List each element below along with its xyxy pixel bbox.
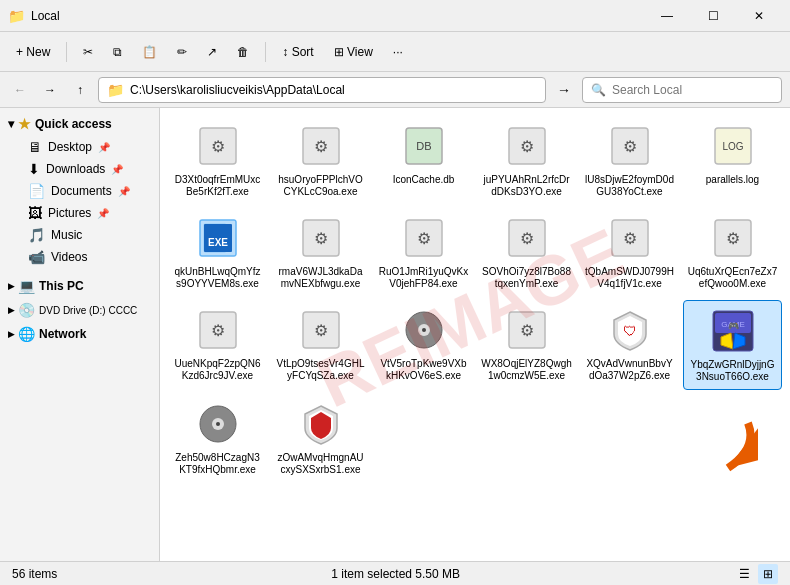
search-box[interactable]: 🔍: [582, 77, 782, 103]
sidebar-item-desktop[interactable]: 🖥 Desktop 📌: [4, 136, 155, 158]
quick-access-label: Quick access: [35, 117, 112, 131]
svg-text:⚙: ⚙: [520, 230, 534, 247]
file-item[interactable]: ⚙ D3Xt0oqfrEmMUxcBe5rKf2fT.exe: [168, 116, 267, 204]
svg-text:⚙: ⚙: [520, 322, 534, 339]
file-area[interactable]: REIMAGE ⚙ D3Xt0oqfrEmMUxcBe5rKf2fT.exe ⚙…: [160, 108, 790, 561]
address-bar: ← → ↑ 📁 C:\Users\karolisliucveikis\AppDa…: [0, 72, 790, 108]
sort-button[interactable]: ↕ Sort: [274, 41, 321, 63]
file-item[interactable]: DB IconCache.db: [374, 116, 473, 204]
sidebar-item-music[interactable]: 🎵 Music: [4, 224, 155, 246]
file-grid: ⚙ D3Xt0oqfrEmMUxcBe5rKf2fT.exe ⚙ hsuOryo…: [168, 116, 782, 482]
file-item[interactable]: LOG parallels.log: [683, 116, 782, 204]
file-name: UueNKpqF2zpQN6Kzd6Jrc9JV.exe: [172, 358, 263, 382]
sidebar-item-videos[interactable]: 📹 Videos: [4, 246, 155, 268]
delete-button[interactable]: 🗑: [229, 41, 257, 63]
search-input[interactable]: [612, 83, 773, 97]
file-item[interactable]: ⚙ Uq6tuXrQEcn7eZx7efQwoo0M.exe: [683, 208, 782, 296]
file-icon: ⚙: [297, 306, 345, 354]
chevron-down-icon: ▾: [8, 117, 14, 131]
file-item-selected[interactable]: GAME 🎮 YbqZwGRnlDyjjnG3NsuoT66O.exe: [683, 300, 782, 390]
dvd-label: DVD Drive (D:) CCCC: [39, 305, 137, 316]
svg-text:⚙: ⚙: [623, 230, 637, 247]
address-arrow[interactable]: →: [552, 78, 576, 102]
file-item[interactable]: ⚙ WX8OqjElYZ8Qwgh1w0cmzW5E.exe: [477, 300, 576, 390]
svg-text:⚙: ⚙: [314, 230, 328, 247]
sidebar-this-pc[interactable]: ▸ 💻 This PC: [0, 274, 159, 298]
sidebar: ▾ ★ Quick access 🖥 Desktop 📌 ⬇ Downloads…: [0, 108, 160, 561]
documents-icon: 📄: [28, 183, 45, 199]
file-name: tQbAmSWDJ0799HV4q1fjV1c.exe: [584, 266, 675, 290]
toolbar-separator-2: [265, 42, 266, 62]
file-name: SOVhOi7yz8l7Bo88tqxenYmP.exe: [481, 266, 572, 290]
minimize-button[interactable]: —: [644, 0, 690, 32]
view-button[interactable]: ⊞ View: [326, 41, 381, 63]
file-icon: [297, 400, 345, 448]
search-icon: 🔍: [591, 83, 606, 97]
file-item[interactable]: zOwAMvqHmgnAUcxySXSxrbS1.exe: [271, 394, 370, 482]
address-path[interactable]: 📁 C:\Users\karolisliucveikis\AppData\Loc…: [98, 77, 546, 103]
file-item[interactable]: EXE qkUnBHLwqQmYfzs9OYYVEM8s.exe: [168, 208, 267, 296]
chevron-right-icon: ▸: [8, 279, 14, 293]
sidebar-dvd[interactable]: ▸ 💿 DVD Drive (D:) CCCC: [0, 298, 159, 322]
file-name: qkUnBHLwqQmYfzs9OYYVEM8s.exe: [172, 266, 263, 290]
close-button[interactable]: ✕: [736, 0, 782, 32]
grid-view-button[interactable]: ⊞: [758, 564, 778, 584]
pin-icon: 📌: [118, 186, 130, 197]
file-item[interactable]: ⚙ VtLpO9tsesVr4GHLyFCYqSZa.exe: [271, 300, 370, 390]
back-button[interactable]: ←: [8, 78, 32, 102]
up-button[interactable]: ↑: [68, 78, 92, 102]
svg-text:⚙: ⚙: [211, 138, 225, 155]
sidebar-quick-access[interactable]: ▾ ★ Quick access: [0, 112, 159, 136]
sidebar-item-documents[interactable]: 📄 Documents 📌: [4, 180, 155, 202]
window-title: Local: [31, 9, 644, 23]
sidebar-item-pictures[interactable]: 🖼 Pictures 📌: [4, 202, 155, 224]
dvd-icon: 💿: [18, 302, 35, 318]
pin-icon: 📌: [98, 142, 110, 153]
file-item[interactable]: VtV5roTpKwe9VXbkHKvOV6eS.exe: [374, 300, 473, 390]
svg-text:🎮: 🎮: [727, 320, 739, 332]
svg-point-32: [422, 328, 426, 332]
file-name: IconCache.db: [393, 174, 455, 186]
file-icon: ⚙: [194, 122, 242, 170]
share-button[interactable]: ↗: [199, 41, 225, 63]
cut-button[interactable]: ✂: [75, 41, 101, 63]
file-item[interactable]: Zeh50w8HCzagN3KT9fxHQbmr.exe: [168, 394, 267, 482]
sidebar-item-label: Desktop: [48, 140, 92, 154]
file-icon: ⚙: [194, 306, 242, 354]
file-item[interactable]: ⚙ tQbAmSWDJ0799HV4q1fjV1c.exe: [580, 208, 679, 296]
sidebar-item-downloads[interactable]: ⬇ Downloads 📌: [4, 158, 155, 180]
file-name: VtLpO9tsesVr4GHLyFCYqSZa.exe: [275, 358, 366, 382]
status-bar: 56 items 1 item selected 5.50 MB ☰ ⊞: [0, 561, 790, 585]
desktop-icon: 🖥: [28, 139, 42, 155]
chevron-right-icon: ▸: [8, 303, 14, 317]
music-icon: 🎵: [28, 227, 45, 243]
file-item[interactable]: ⚙ RuO1JmRi1yuQvKxV0jehFP84.exe: [374, 208, 473, 296]
file-item[interactable]: ⚙ UueNKpqF2zpQN6Kzd6Jrc9JV.exe: [168, 300, 267, 390]
sidebar-item-label: Downloads: [46, 162, 105, 176]
svg-text:⚙: ⚙: [314, 138, 328, 155]
svg-text:⚙: ⚙: [726, 230, 740, 247]
toolbar: + New ✂ ⧉ 📋 ✏ ↗ 🗑 ↕ Sort ⊞ View ···: [0, 32, 790, 72]
copy-button[interactable]: ⧉: [105, 41, 130, 63]
file-icon: [194, 400, 242, 448]
file-item[interactable]: ⚙ SOVhOi7yz8l7Bo88tqxenYmP.exe: [477, 208, 576, 296]
more-button[interactable]: ···: [385, 41, 411, 63]
file-item[interactable]: 🛡 XQvAdVwnunBbvYdOa37W2pZ6.exe: [580, 300, 679, 390]
file-item[interactable]: ⚙ rmaV6WJL3dkaDamvNEXbfwgu.exe: [271, 208, 370, 296]
file-item[interactable]: ⚙ hsuOryoFPPlchVOCYKLcC9oa.exe: [271, 116, 370, 204]
rename-button[interactable]: ✏: [169, 41, 195, 63]
sidebar-network[interactable]: ▸ 🌐 Network: [0, 322, 159, 346]
file-icon: ⚙: [503, 306, 551, 354]
paste-button[interactable]: 📋: [134, 41, 165, 63]
forward-button[interactable]: →: [38, 78, 62, 102]
file-name: XQvAdVwnunBbvYdOa37W2pZ6.exe: [584, 358, 675, 382]
file-icon: DB: [400, 122, 448, 170]
new-button[interactable]: + New: [8, 41, 58, 63]
file-item[interactable]: ⚙ lU8sDjwE2foymD0dGU38YoCt.exe: [580, 116, 679, 204]
file-name: lU8sDjwE2foymD0dGU38YoCt.exe: [584, 174, 675, 198]
file-item[interactable]: ⚙ juPYUAhRnL2rfcDrdDKsD3YO.exe: [477, 116, 576, 204]
file-name: juPYUAhRnL2rfcDrdDKsD3YO.exe: [481, 174, 572, 198]
list-view-button[interactable]: ☰: [734, 564, 754, 584]
svg-text:DB: DB: [416, 140, 431, 152]
maximize-button[interactable]: ☐: [690, 0, 736, 32]
